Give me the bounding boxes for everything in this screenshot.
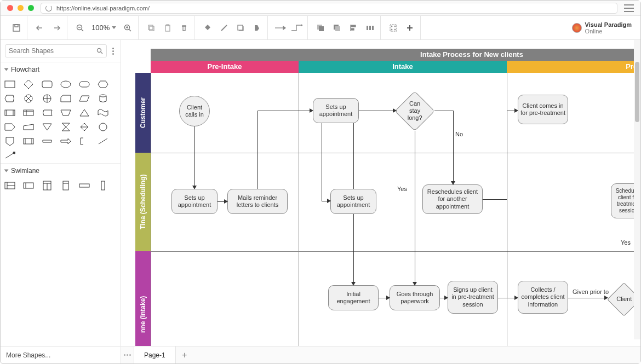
shape-rect[interactable] — [4, 80, 16, 89]
save-button[interactable] — [9, 21, 24, 35]
close-dot[interactable] — [7, 5, 13, 11]
node-setup-appt-1[interactable]: Sets up appointment — [171, 189, 218, 214]
shape-sumjunc[interactable] — [22, 94, 35, 103]
fill-color-button[interactable] — [201, 21, 215, 35]
waypoint-button[interactable] — [290, 21, 304, 35]
shape-cylinder[interactable] — [97, 94, 109, 103]
undo-button[interactable] — [33, 21, 47, 35]
arrow-icon — [192, 186, 197, 189]
node-client-calls[interactable]: Client calls in — [179, 96, 210, 126]
lane-intake[interactable]: nne (Intake) — [135, 251, 151, 346]
shape-collate[interactable] — [60, 123, 72, 131]
node-setup-appt-2[interactable]: Sets up appointment — [313, 98, 359, 123]
scrollbar-thumb[interactable] — [635, 62, 639, 122]
flowchart-section-header[interactable]: Flowchart — [1, 62, 121, 77]
lane-divider — [151, 153, 640, 153]
shape-merge[interactable] — [41, 123, 53, 131]
arrow-icon — [393, 108, 397, 113]
line-color-button[interactable] — [217, 21, 231, 35]
sidebar-menu-icon[interactable] — [110, 45, 116, 57]
shape-hexagon[interactable] — [97, 80, 109, 89]
node-collects[interactable]: Collects / completes client information — [518, 281, 568, 314]
phase-intake[interactable]: Intake — [299, 61, 507, 73]
align-button[interactable] — [346, 21, 360, 35]
shape-pentagon[interactable] — [4, 123, 16, 131]
distribute-button[interactable] — [363, 21, 377, 35]
svg-point-53 — [99, 123, 107, 131]
node-setup-appt-3[interactable]: Sets up appointment — [330, 189, 376, 214]
phase-pre-intake[interactable]: Pre-Intake — [151, 61, 299, 73]
svg-rect-50 — [24, 110, 33, 115]
connection-button[interactable] — [273, 21, 288, 35]
shape-terminator[interactable] — [78, 80, 90, 89]
node-reschedules[interactable]: Reschedules client for another appointme… — [422, 184, 483, 214]
style-button[interactable] — [250, 21, 264, 35]
shape-or[interactable] — [41, 94, 53, 103]
shape-loop[interactable] — [41, 137, 53, 146]
shape-lane-v[interactable] — [60, 181, 72, 190]
shape-pool-v[interactable] — [41, 181, 53, 190]
shape-circle[interactable] — [97, 123, 109, 131]
lane-tina[interactable]: Tina (Scheduling) — [135, 153, 151, 251]
to-back-button[interactable] — [330, 21, 344, 35]
shape-tape[interactable] — [97, 108, 109, 117]
node-client-comes[interactable]: Client comes in for pre-treatment — [518, 95, 568, 124]
shape-process2[interactable] — [4, 108, 16, 117]
svg-rect-23 — [351, 28, 354, 30]
minimize-dot[interactable] — [18, 5, 24, 11]
shape-lane-h[interactable] — [22, 181, 35, 190]
refresh-icon[interactable] — [45, 5, 52, 11]
shape-manual2[interactable] — [60, 108, 72, 117]
node-mails-reminder[interactable]: Mails reminder letters to clients — [227, 189, 288, 214]
url-bar[interactable]: https://online.visual-paradigm.com/ — [41, 3, 617, 14]
menu-icon[interactable] — [624, 4, 634, 12]
zoom-in-button[interactable] — [121, 21, 135, 35]
delete-button[interactable] — [177, 21, 191, 35]
zoom-out-button[interactable] — [73, 21, 87, 35]
zoom-level[interactable]: 100% — [89, 24, 118, 32]
shape-diamond[interactable] — [22, 80, 35, 89]
copy-button[interactable] — [144, 21, 158, 35]
shape-annotation[interactable] — [78, 137, 90, 146]
more-shapes-button[interactable]: More Shapes... — [1, 346, 121, 363]
swimlane-section-header[interactable]: Swimlane — [1, 164, 121, 178]
shape-delay[interactable] — [22, 137, 35, 146]
shape-sep-h[interactable] — [78, 181, 90, 190]
shape-display[interactable] — [4, 94, 16, 103]
v-scrollbar[interactable] — [634, 40, 640, 339]
shadow-button[interactable] — [233, 21, 248, 35]
diagram-title[interactable]: Intake Process for New clients — [151, 49, 640, 61]
shape-line2[interactable] — [4, 151, 16, 160]
shape-card[interactable] — [60, 94, 72, 103]
shape-manual[interactable] — [22, 123, 35, 131]
shape-ellipse[interactable] — [60, 80, 72, 89]
svg-point-31 — [394, 29, 396, 30]
search-shapes-input[interactable] — [5, 44, 107, 57]
node-signs-up[interactable]: Signs up client in pre-treatment session — [448, 281, 498, 314]
shape-sort[interactable] — [78, 123, 90, 131]
shape-triangle[interactable] — [78, 108, 90, 117]
grid-button[interactable] — [386, 21, 400, 35]
shape-internal[interactable] — [22, 108, 35, 117]
shape-storage[interactable] — [41, 108, 53, 117]
add-button[interactable] — [403, 21, 417, 35]
shape-arrow[interactable] — [60, 137, 72, 146]
shape-parallelogram[interactable] — [78, 94, 90, 103]
to-front-button[interactable] — [313, 21, 328, 35]
node-goes-paperwork[interactable]: Goes through paperwork — [390, 285, 440, 310]
node-initial-engagement[interactable]: Initial engagement — [328, 285, 379, 310]
maximize-dot[interactable] — [28, 5, 34, 11]
shape-pool-h[interactable] — [4, 181, 16, 190]
add-page-button[interactable]: + — [176, 350, 193, 360]
shape-offpage[interactable] — [4, 137, 16, 146]
canvas[interactable]: Intake Process for New clients Pre-Intak… — [121, 40, 640, 363]
phase-pre-treatment[interactable]: Pre-Treatment — [507, 61, 640, 73]
redo-button[interactable] — [49, 21, 64, 35]
shape-sep-v[interactable] — [97, 181, 109, 190]
shape-line1[interactable] — [97, 137, 109, 146]
paste-button[interactable] — [161, 21, 175, 35]
lane-customer[interactable]: Customer — [135, 73, 151, 153]
tab-handle[interactable] — [121, 346, 134, 363]
shape-rounded[interactable] — [41, 80, 53, 89]
tab-page-1[interactable]: Page-1 — [134, 346, 176, 363]
